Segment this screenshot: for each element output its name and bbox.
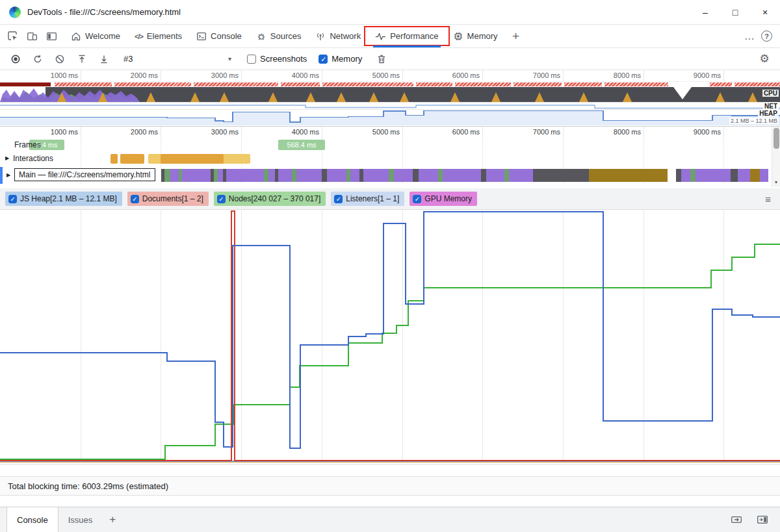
flame-segment[interactable] (394, 169, 413, 182)
hamburger-icon[interactable]: ≡ (765, 194, 771, 205)
ruler-tick (241, 70, 242, 81)
scroll-down-icon[interactable]: ▾ (772, 177, 780, 186)
expand-quick-view-icon[interactable] (753, 510, 772, 529)
dock-side-icon[interactable] (42, 27, 61, 46)
memory-counters-chart[interactable] (0, 210, 780, 464)
minimize-button[interactable]: – (690, 0, 720, 24)
screenshots-checkbox[interactable]: Screenshots (247, 54, 307, 64)
counter-gpu-memory[interactable]: GPU Memory (410, 192, 477, 206)
interactions-track-label[interactable]: Interactions (13, 154, 53, 163)
triangle-right-icon[interactable]: ▶ (6, 172, 10, 178)
ruler-label: 2000 ms (114, 128, 158, 136)
frame-duration-badge[interactable]: 568.4 ms (278, 140, 325, 150)
checkbox-icon[interactable] (131, 195, 139, 203)
tab-welcome[interactable]: Welcome (64, 25, 127, 47)
tracks-scrollbar[interactable]: ▾ (772, 127, 780, 187)
flame-segment[interactable] (438, 169, 443, 182)
flame-segment[interactable] (419, 169, 438, 182)
scrollbar-thumb[interactable] (774, 128, 779, 149)
tab-sources[interactable]: Sources (249, 25, 309, 47)
overview-ruler: 1000 ms2000 ms3000 ms4000 ms5000 ms6000 … (0, 70, 780, 82)
reload-record-icon[interactable] (29, 50, 47, 68)
flame-segment[interactable] (413, 169, 419, 182)
flame-segment[interactable] (292, 169, 296, 182)
main-track-label[interactable]: Main — file:///C:/screens/memory.html (14, 168, 155, 181)
tab-performance[interactable]: Performance (368, 25, 445, 47)
flame-segment[interactable] (750, 169, 760, 182)
inspect-icon[interactable] (3, 27, 22, 46)
flame-segment[interactable] (389, 169, 394, 182)
flame-segment[interactable] (327, 169, 346, 182)
flame-segment[interactable] (268, 169, 275, 182)
main-thread-track[interactable]: ▶ Main — file:///C:/screens/memory.html (0, 167, 780, 184)
interaction-bar[interactable] (110, 154, 118, 164)
frames-track[interactable]: 5.4 ms568.4 ms Frames (0, 138, 780, 151)
interactions-track[interactable]: ▶ Interactions (0, 151, 780, 167)
ruler-tick (563, 127, 564, 138)
tab-console[interactable]: Console (189, 25, 249, 47)
add-drawer-tab-button[interactable]: + (102, 507, 123, 532)
tab-label: Network (330, 31, 361, 41)
flame-segment[interactable] (278, 169, 292, 182)
flame-segment[interactable] (363, 169, 389, 182)
clear-icon[interactable] (51, 50, 69, 68)
frames-track-label[interactable]: Frames (14, 140, 41, 149)
counter-nodes[interactable]: Nodes[240 027 – 370 017] (214, 192, 326, 206)
close-button[interactable]: × (750, 0, 780, 24)
checkbox-icon[interactable] (413, 195, 421, 203)
flame-segment[interactable] (296, 169, 322, 182)
dock-to-bottom-icon[interactable] (727, 510, 746, 529)
tab-network[interactable]: Network (308, 25, 368, 47)
counter-documents[interactable]: Documents[1 – 2] (127, 192, 209, 206)
flame-segment[interactable] (676, 169, 681, 182)
interaction-bar[interactable] (161, 154, 224, 164)
save-profile-icon[interactable] (95, 50, 113, 68)
flame-segment[interactable] (481, 169, 486, 182)
flame-segment[interactable] (350, 169, 359, 182)
flame-segment[interactable] (589, 169, 668, 182)
memory-checkbox[interactable]: Memory (318, 54, 362, 64)
checkbox-icon[interactable] (247, 55, 256, 64)
tab-memory[interactable]: Memory (446, 25, 505, 47)
checkbox-icon[interactable] (8, 195, 17, 203)
flame-segment[interactable] (760, 169, 768, 182)
help-icon[interactable]: ? (761, 31, 772, 42)
flame-segment[interactable] (690, 169, 696, 182)
tab-elements[interactable]: </> Elements (127, 25, 189, 47)
flame-segment[interactable] (681, 169, 690, 182)
more-tabs-button[interactable]: + (505, 25, 527, 47)
load-profile-icon[interactable] (73, 50, 91, 68)
flame-segment[interactable] (504, 169, 509, 182)
flame-segment[interactable] (226, 169, 264, 182)
flame-segment[interactable] (218, 169, 223, 182)
flame-segment[interactable] (486, 169, 504, 182)
device-emulation-icon[interactable] (22, 27, 42, 46)
maximize-button[interactable]: □ (720, 0, 750, 24)
timeline-overview[interactable]: 1000 ms2000 ms3000 ms4000 ms5000 ms6000 … (0, 70, 780, 127)
trash-icon[interactable] (372, 50, 391, 68)
flame-segment[interactable] (164, 169, 170, 182)
checkbox-icon[interactable] (334, 195, 343, 203)
flame-segment[interactable] (509, 169, 533, 182)
gear-icon[interactable]: ⚙ (755, 50, 774, 68)
checkbox-icon[interactable] (318, 55, 328, 64)
more-options-icon[interactable]: … (744, 31, 755, 42)
flame-segment[interactable] (731, 169, 738, 182)
flame-segment[interactable] (264, 169, 268, 182)
checkbox-icon[interactable] (217, 195, 226, 203)
drawer-tab-issues[interactable]: Issues (58, 507, 103, 532)
flame-segment[interactable] (533, 169, 589, 182)
counter-js-heap[interactable]: JS Heap[2.1 MB – 12.1 MB] (5, 192, 122, 206)
flame-segment[interactable] (322, 169, 327, 182)
profile-select[interactable]: #3 ▾ (120, 51, 235, 68)
flame-segment[interactable] (696, 169, 731, 182)
counter-listeners[interactable]: Listeners[1 – 1] (331, 192, 404, 206)
flame-segment[interactable] (182, 169, 211, 182)
flame-segment[interactable] (170, 169, 179, 182)
triangle-right-icon[interactable]: ▶ (5, 155, 9, 161)
flame-segment[interactable] (738, 169, 750, 182)
drawer-tab-console[interactable]: Console (6, 507, 58, 532)
interaction-bar[interactable] (120, 154, 144, 164)
record-icon[interactable] (6, 50, 25, 68)
flame-segment[interactable] (443, 169, 481, 182)
